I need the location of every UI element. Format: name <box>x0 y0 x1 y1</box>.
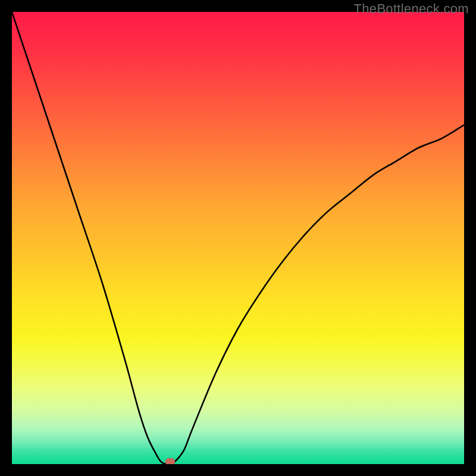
optimum-marker <box>165 458 175 464</box>
bottleneck-curve <box>12 12 464 464</box>
chart-frame: TheBottleneck.com <box>0 0 476 476</box>
watermark-text: TheBottleneck.com <box>354 1 469 17</box>
plot-area <box>12 12 464 464</box>
